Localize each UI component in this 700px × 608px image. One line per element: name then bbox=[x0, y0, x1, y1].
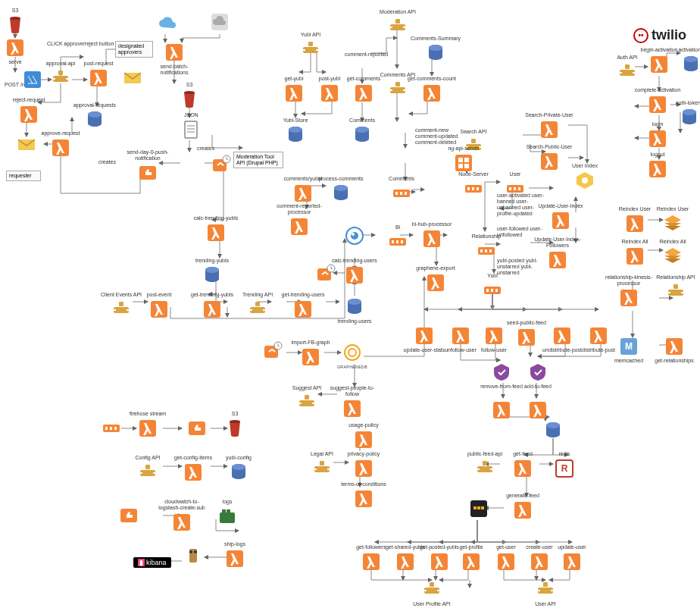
envelope-2 bbox=[4, 135, 49, 155]
creates-label-1: creates bbox=[197, 146, 214, 152]
redis-icon: redis bbox=[542, 451, 587, 478]
logstash-icon bbox=[170, 546, 216, 566]
generate-feed-lambda: generate-feed bbox=[500, 493, 545, 520]
cw-sns bbox=[106, 506, 152, 525]
calc-trending-yubls: calc-trending-yubls bbox=[193, 215, 239, 243]
suggest-api: Suggest API bbox=[284, 385, 330, 412]
suggest-people-lambda: suggest-people-to-follow bbox=[330, 385, 375, 418]
get-trending-yubls-lambda: get-trending-yubls bbox=[189, 292, 235, 319]
reindex-all-aurora: Reindex All bbox=[650, 239, 695, 266]
terms-lambda: terms-of-conditions bbox=[341, 481, 386, 509]
s3-mid: S3 bbox=[167, 82, 212, 109]
requester-box: requester bbox=[6, 171, 41, 181]
cloud-gray bbox=[197, 12, 242, 32]
comment-reported-processor: comment-reported-processor bbox=[277, 203, 322, 237]
comments-summary-db: Comments-Summary bbox=[413, 36, 458, 63]
get-config-lambda: get-config-items bbox=[170, 455, 216, 482]
logs-docker: logs bbox=[205, 499, 250, 526]
config-api: Config API bbox=[125, 455, 170, 482]
ng-api-server: ng-api-server bbox=[441, 146, 486, 173]
user-api: User API bbox=[523, 580, 568, 607]
distribute-lambda: distribute-post bbox=[576, 326, 621, 353]
approval-requests-db: approval-requests bbox=[72, 102, 117, 130]
designated-approvers-box: designated approvers bbox=[115, 41, 153, 58]
add-to-feed-cf: add-to-feed bbox=[515, 362, 561, 390]
reindex-user-aurora: Reindex User bbox=[650, 206, 695, 233]
graphene-export-lambda: graphene-export bbox=[413, 265, 458, 293]
kibana-logo: ▮kibana bbox=[133, 557, 171, 568]
send-batch-lambda: send-batch-notifications bbox=[152, 42, 197, 76]
user-profile-api: User Profile API bbox=[409, 580, 455, 607]
get-comments-count-lambda: get-comments-count bbox=[409, 76, 455, 103]
trending-users-db: trending-users bbox=[332, 297, 377, 324]
relationship-kinesis: Relationship bbox=[464, 233, 509, 261]
graphene-logo: GRAPHENEDB bbox=[330, 343, 375, 370]
comments-db: Comments bbox=[339, 118, 385, 145]
ship-logs-lambda: ship-logs bbox=[212, 541, 258, 569]
twilio-logo: ••twilio bbox=[633, 27, 686, 43]
feed-db bbox=[530, 421, 576, 440]
logout-lambda: logout bbox=[635, 152, 680, 179]
docker-dark bbox=[456, 499, 502, 519]
diagram-canvas: M R bbox=[0, 0, 700, 608]
firehose-s3: S3 bbox=[212, 411, 258, 438]
get-trending-users-lambda: get-trending-users bbox=[280, 292, 326, 319]
json-label: JSON bbox=[184, 112, 198, 118]
creates-label-2: creates bbox=[98, 159, 116, 165]
firehose-lambda: firehose stream bbox=[125, 411, 170, 438]
reject-request-lambda: reject-request bbox=[6, 97, 52, 124]
usage-policy-lambda: usage-policy bbox=[341, 422, 386, 450]
yubl-kinesis: Yubl bbox=[470, 273, 515, 300]
process-comments-db: process-comments bbox=[318, 176, 364, 203]
user-kinesis: User bbox=[492, 171, 538, 199]
yubl-store-db: Yubl-Store bbox=[273, 118, 318, 145]
serve-lambda: serve bbox=[0, 38, 38, 65]
bi-circle-icon bbox=[332, 226, 377, 246]
relationship-kinesis-processor: relationship-kinesis-processor bbox=[606, 274, 652, 308]
update-user-followers-lambda: Update-User-Index-Followers bbox=[535, 237, 580, 270]
auth-tokens-db: auth-tokens bbox=[667, 100, 700, 127]
click-approve-label: CLICK approve/reject button bbox=[47, 41, 114, 47]
sns-clock-2 bbox=[303, 264, 348, 284]
sns-clock-1 bbox=[198, 155, 244, 174]
update-user-lambda: update-user bbox=[549, 544, 595, 572]
moderation-api: Moderation API bbox=[375, 9, 420, 36]
bi-hub-lambda: bi-hub-processor bbox=[409, 221, 455, 249]
relationship-api: Relationship API bbox=[653, 274, 698, 302]
privacy-policy-lambda: privacy-policy bbox=[341, 451, 386, 478]
search-private-lambda: Search-Private-User bbox=[527, 112, 572, 139]
activations-db: activations bbox=[668, 47, 700, 74]
import-fb-lambda: import-FB-graph bbox=[288, 340, 333, 367]
json-doc-icon bbox=[168, 120, 214, 139]
send-day0-lambda: send-day-0-push-notification bbox=[125, 149, 170, 183]
yubl-config-db: yubl-config bbox=[216, 455, 261, 482]
yubl-api: Yubl API bbox=[288, 32, 333, 59]
trending-api: Trending API bbox=[235, 292, 280, 319]
cloud-blue bbox=[144, 14, 189, 33]
post-event-lambda: post-event bbox=[136, 292, 182, 319]
user-index-es: User Index bbox=[562, 163, 608, 190]
add-lambda bbox=[515, 400, 561, 420]
comments-kinesis: Comments bbox=[379, 176, 424, 203]
update-user-index-lambda: Update-User-Index bbox=[538, 203, 583, 230]
get-relationships-lambda: get-relationships bbox=[652, 337, 697, 364]
comment-reported-label: comment-reported bbox=[345, 52, 388, 58]
trending-yubls-db: trending-yubls bbox=[189, 258, 235, 285]
s3-top: S3 bbox=[0, 8, 38, 35]
